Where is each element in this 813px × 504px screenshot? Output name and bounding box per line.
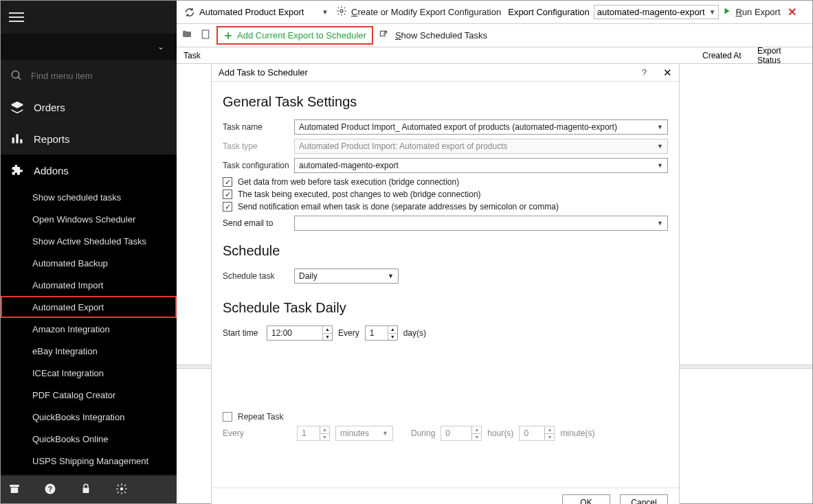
cancel-button[interactable]: Cancel <box>620 494 668 505</box>
spin-down: ▼ <box>320 434 329 441</box>
external-icon <box>379 30 388 41</box>
task-type-label: Task type <box>223 141 294 151</box>
document-icon[interactable] <box>200 29 211 42</box>
checkbox-send-notification[interactable]: ✓ <box>223 202 232 211</box>
addon-quickbooks-integration[interactable]: QuickBooks Integration <box>1 406 177 428</box>
during-label: During <box>411 428 435 438</box>
sidebar-bottom-bar: ? <box>1 476 177 503</box>
main-area: Automated Product Export ▼ Create or Mod… <box>177 1 812 503</box>
hamburger-icon[interactable] <box>9 10 24 25</box>
dialog-title: Add Task to Scheduler <box>219 67 308 78</box>
ok-button[interactable]: OK <box>562 494 610 505</box>
addon-show-scheduled-tasks[interactable]: Show scheduled tasks <box>1 186 177 208</box>
sidebar-nav: Orders Reports Addons Show scheduled tas… <box>1 91 177 476</box>
addon-automated-export[interactable]: Automated Export <box>1 296 177 318</box>
spin-up[interactable]: ▲ <box>388 326 397 334</box>
config-type-select[interactable]: Automated Product Export ▼ <box>181 5 332 20</box>
run-export-button[interactable]: Run Export <box>735 7 780 17</box>
task-name-label: Task name <box>223 122 294 132</box>
addon-pdf-catalog-creator[interactable]: PDF Catalog Creator <box>1 384 177 406</box>
close-icon[interactable]: ✕ <box>785 5 799 19</box>
addon-icecat-integration[interactable]: ICEcat Integration <box>1 362 177 384</box>
sidebar-item-orders[interactable]: Orders <box>1 91 177 123</box>
sidebar-item-addons[interactable]: Addons <box>1 154 177 186</box>
svg-rect-6 <box>11 488 19 493</box>
add-task-dialog: Add Task to Scheduler ? ✕ General Task S… <box>211 64 680 504</box>
help-icon[interactable]: ? <box>642 67 647 78</box>
spin-down: ▼ <box>544 434 554 441</box>
chevron-down-icon: ▼ <box>382 430 388 437</box>
schedule-task-select[interactable]: Daily ▼ <box>294 268 399 284</box>
orders-icon <box>10 100 24 114</box>
addon-open-windows-scheduler[interactable]: Open Windows Scheduler <box>1 208 177 230</box>
addon-quickbooks-online[interactable]: QuickBooks Online <box>1 428 177 450</box>
repeat-every-label: Every <box>223 428 291 438</box>
archive-icon[interactable] <box>8 483 21 496</box>
svg-point-10 <box>120 488 124 491</box>
task-name-input[interactable]: Automated Product Import_ Automated expo… <box>294 119 668 135</box>
chevron-down-icon: ▼ <box>322 8 328 16</box>
section-schedule: Schedule <box>223 243 668 259</box>
spin-up[interactable]: ▲ <box>322 326 332 334</box>
export-config-select[interactable]: automated-magento-export ▼ <box>594 5 720 19</box>
checkbox-get-data-label: Get data from web before task execution … <box>238 177 459 187</box>
send-email-select[interactable]: ▼ <box>294 216 668 231</box>
chevron-down-icon: ▼ <box>657 143 663 150</box>
list-area: Add Task to Scheduler ? ✕ General Task S… <box>177 64 812 503</box>
every-label: Every <box>338 328 359 338</box>
search-input[interactable] <box>31 71 134 81</box>
addon-show-active-scheduled-tasks[interactable]: Show Active Sheduled Tasks <box>1 230 177 252</box>
svg-rect-2 <box>12 137 14 143</box>
addon-usps-shipping-management[interactable]: USPS Shipping Management <box>1 450 177 472</box>
folder-icon[interactable] <box>181 29 193 42</box>
col-created-at[interactable]: Created At <box>695 51 750 60</box>
addon-amazon-integration[interactable]: Amazon Integration <box>1 318 177 340</box>
close-icon[interactable]: ✕ <box>663 67 672 79</box>
start-time-input[interactable]: 12:00 ▲▼ <box>267 325 333 341</box>
reports-icon <box>10 132 24 146</box>
during-minutes-input: 0 ▲▼ <box>519 426 555 441</box>
svg-rect-5 <box>10 485 19 487</box>
svg-line-1 <box>18 77 21 80</box>
spin-down: ▼ <box>471 434 481 441</box>
repeat-every-input: 1 ▲▼ <box>297 426 330 441</box>
account-row[interactable]: ⌄ <box>1 34 177 60</box>
dialog-titlebar: Add Task to Scheduler ? ✕ <box>212 64 679 82</box>
addons-group: Addons Show scheduled tasks Open Windows… <box>1 154 177 474</box>
checkbox-repeat-task[interactable] <box>223 412 232 422</box>
svg-rect-13 <box>202 30 208 38</box>
help-icon[interactable]: ? <box>43 483 57 496</box>
gear-icon[interactable] <box>336 5 347 19</box>
days-label: day(s) <box>403 328 426 338</box>
spin-down[interactable]: ▼ <box>388 334 397 341</box>
every-days-input[interactable]: 1 ▲▼ <box>365 325 398 341</box>
addon-automated-import[interactable]: Automated Import <box>1 274 177 296</box>
col-export-status[interactable]: Export Status <box>750 46 812 65</box>
col-task[interactable]: Task <box>177 51 211 60</box>
checkbox-post-changes[interactable]: ✓ <box>223 190 232 199</box>
spin-up: ▲ <box>320 426 329 434</box>
export-config-value: automated-magento-export <box>597 7 705 17</box>
minutes-label: minute(s) <box>560 428 594 438</box>
addon-ebay-integration[interactable]: eBay Integration <box>1 340 177 362</box>
gear-icon[interactable] <box>115 483 129 496</box>
sidebar-item-label: Orders <box>34 102 65 113</box>
spin-up: ▲ <box>544 426 554 434</box>
section-schedule-daily: Schedule Task Daily <box>223 300 668 316</box>
show-scheduled-tasks-link[interactable]: Show Scheduled Tasks <box>395 30 487 41</box>
sidebar-item-label: Reports <box>34 133 70 145</box>
spin-down[interactable]: ▼ <box>322 334 332 341</box>
add-to-scheduler-button[interactable]: Add Current Export to Scheduler <box>218 27 372 43</box>
task-config-label: Task configuration <box>223 161 294 170</box>
dialog-body: General Task Settings Task name Automate… <box>212 82 679 488</box>
checkbox-get-data[interactable]: ✓ <box>223 177 232 187</box>
sidebar-item-reports[interactable]: Reports <box>1 123 177 154</box>
create-modify-link[interactable]: Create or Modify Export Configuration <box>351 7 501 17</box>
export-config-label: Export Configuration <box>508 7 590 17</box>
sidebar-search <box>1 60 177 91</box>
refresh-icon <box>184 7 195 18</box>
chevron-down-icon: ▼ <box>709 8 716 16</box>
lock-icon[interactable] <box>79 483 93 496</box>
task-config-select[interactable]: automated-magento-export ▼ <box>294 158 668 173</box>
addon-automated-backup[interactable]: Automated Backup <box>1 252 177 274</box>
